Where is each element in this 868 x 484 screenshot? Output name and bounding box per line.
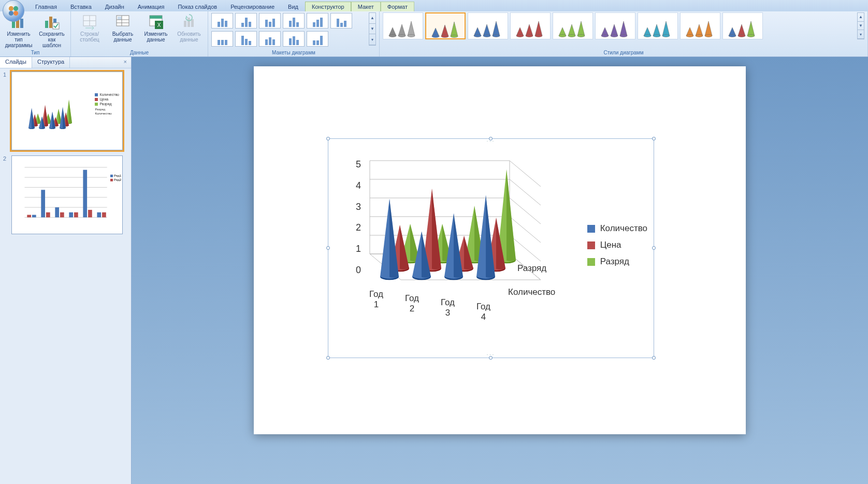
chart-style-thumb[interactable] [595, 12, 635, 39]
slide-thumb-1[interactable]: 1 [3, 72, 128, 150]
y-axis: 543210 [352, 160, 361, 275]
svg-point-35 [516, 35, 524, 37]
layout-thumb[interactable] [259, 31, 281, 47]
office-button[interactable] [3, 0, 24, 22]
tab-chart-format[interactable]: Формат [381, 2, 414, 11]
chart-plot-area[interactable]: КоличествоЦенаРазряд 543210 [335, 145, 647, 351]
svg-line-86 [510, 179, 541, 205]
tab-slideshow[interactable]: Показ слайдов [171, 2, 224, 11]
outline-tab[interactable]: Структура [32, 57, 70, 68]
chart-style-thumb[interactable] [553, 12, 593, 39]
resize-handle[interactable] [489, 356, 493, 360]
select-data-button[interactable]: Выбрать данные [107, 12, 138, 44]
layout-thumb[interactable] [283, 31, 305, 47]
chart-layouts-gallery[interactable] [211, 12, 367, 47]
chart-style-thumb[interactable] [722, 12, 763, 39]
svg-rect-4 [12, 21, 15, 28]
current-slide[interactable]: КоличествоЦенаРазряд 543210 [254, 66, 746, 434]
svg-rect-25 [191, 19, 194, 27]
resize-handle[interactable] [652, 137, 656, 140]
layouts-scroll[interactable]: ▲▼▾ [369, 12, 376, 46]
chart-object[interactable]: КоличествоЦенаРазряд 543210 [328, 138, 654, 358]
svg-point-3 [13, 11, 18, 16]
layout-thumb[interactable] [307, 31, 328, 47]
tab-review[interactable]: Рецензирование [224, 2, 281, 11]
svg-point-2 [9, 11, 13, 16]
svg-rect-75 [55, 207, 59, 217]
layout-thumb[interactable] [235, 13, 257, 29]
edit-data-icon: X [148, 13, 164, 30]
ribbon: Изменить тип диаграммы Сохранить как шаб… [0, 11, 868, 57]
svg-rect-80 [88, 210, 92, 217]
svg-point-47 [686, 35, 693, 37]
chart-style-thumb[interactable] [425, 12, 466, 39]
svg-point-29 [432, 35, 439, 38]
svg-rect-15 [118, 17, 122, 20]
slide-editor[interactable]: КоличествоЦенаРазряд 543210 [132, 57, 868, 484]
resize-handle[interactable] [326, 356, 330, 360]
svg-line-88 [510, 198, 541, 224]
svg-point-37 [535, 35, 542, 37]
switch-row-column-button[interactable]: Строка/столбец [74, 12, 105, 44]
switch-rc-icon [81, 13, 98, 30]
layout-thumb[interactable] [330, 13, 352, 29]
close-panel-button[interactable]: × [120, 57, 131, 68]
svg-rect-6 [20, 19, 23, 28]
svg-point-31 [451, 35, 458, 38]
save-as-template-button[interactable]: Сохранить как шаблон [36, 12, 67, 49]
chart-styles-gallery[interactable] [383, 12, 763, 39]
layout-thumb[interactable] [307, 13, 328, 29]
layout-thumb[interactable] [211, 31, 233, 47]
tab-insert[interactable]: Вставка [64, 2, 98, 11]
chart-style-thumb[interactable] [638, 12, 678, 39]
svg-point-40 [577, 35, 585, 37]
svg-point-51 [738, 35, 745, 37]
category-labels: Год1Год2Год3Год4 [359, 289, 515, 309]
edit-data-button[interactable]: X Изменить данные [140, 12, 171, 44]
svg-point-43 [620, 35, 627, 37]
group-type-label: Тип [3, 50, 67, 56]
svg-point-45 [653, 35, 660, 37]
tab-view[interactable]: Вид [281, 2, 305, 11]
resize-handle[interactable] [652, 246, 656, 250]
svg-rect-20 [150, 16, 162, 19]
tab-chart-design[interactable]: Конструктор [305, 2, 351, 11]
styles-scroll[interactable]: ▲▼▾ [857, 12, 864, 39]
layout-thumb[interactable] [259, 13, 281, 29]
svg-point-49 [705, 35, 712, 37]
chart-style-thumb[interactable] [510, 12, 551, 39]
svg-rect-79 [83, 170, 87, 218]
resize-handle[interactable] [326, 137, 330, 140]
svg-point-36 [526, 35, 533, 37]
chart-style-thumb[interactable] [680, 12, 720, 39]
svg-point-38 [559, 35, 566, 37]
svg-point-32 [474, 35, 481, 37]
layout-thumb[interactable] [235, 31, 257, 47]
slide-thumb-2[interactable]: 2 [3, 155, 128, 234]
tab-home[interactable]: Главная [28, 2, 64, 11]
svg-point-50 [729, 35, 736, 37]
layout-thumb[interactable] [283, 13, 305, 29]
side-tabs: Слайды Структура × [0, 57, 131, 68]
resize-handle[interactable] [489, 137, 493, 140]
resize-handle[interactable] [652, 356, 656, 360]
chart-style-thumb[interactable] [383, 12, 423, 39]
slides-panel: Слайды Структура × 1 [0, 57, 132, 484]
svg-rect-23 [184, 21, 186, 27]
resize-handle[interactable] [326, 246, 330, 250]
tab-design[interactable]: Дизайн [98, 2, 131, 11]
chart-legend[interactable]: КоличествоЦенаРазряд [587, 223, 647, 273]
refresh-icon [181, 13, 197, 30]
tab-chart-layout[interactable]: Макет [351, 2, 381, 11]
group-styles-label: Стили диаграмм [383, 50, 864, 56]
depth-labels: РазрядКоличество [517, 263, 565, 290]
layout-thumb[interactable] [211, 13, 233, 29]
slides-tab[interactable]: Слайды [0, 57, 32, 68]
chart-style-thumb[interactable] [468, 12, 508, 39]
svg-rect-81 [97, 212, 101, 218]
slide-list: 1 [0, 68, 131, 243]
svg-point-1 [13, 6, 18, 11]
svg-rect-73 [41, 190, 45, 217]
tab-animation[interactable]: Анимация [131, 2, 171, 11]
refresh-data-button[interactable]: Обновить данные [173, 12, 205, 44]
